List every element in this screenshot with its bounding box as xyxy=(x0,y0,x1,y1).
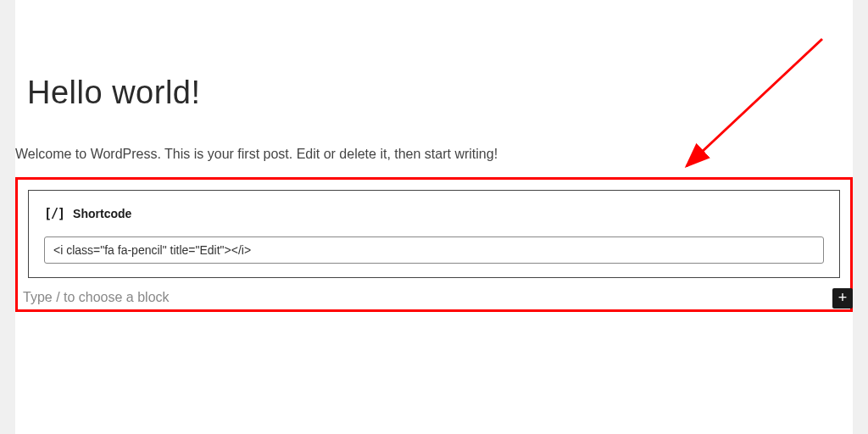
block-appender-placeholder: Type / to choose a block xyxy=(23,290,170,305)
post-title[interactable]: Hello world! xyxy=(15,0,853,111)
shortcode-block-header: [/] Shortcode xyxy=(44,206,824,221)
plus-icon: + xyxy=(838,289,848,306)
shortcode-block[interactable]: [/] Shortcode xyxy=(28,190,840,278)
post-paragraph[interactable]: Welcome to WordPress. This is your first… xyxy=(15,111,853,162)
annotation-highlight-box: [/] Shortcode Type / to choose a block + xyxy=(15,177,853,312)
add-block-button[interactable]: + xyxy=(832,288,853,309)
block-appender[interactable]: Type / to choose a block + xyxy=(18,288,850,309)
shortcode-icon: [/] xyxy=(44,206,64,221)
editor-canvas: Hello world! Welcome to WordPress. This … xyxy=(15,0,853,434)
shortcode-block-label: Shortcode xyxy=(73,207,131,220)
shortcode-input[interactable] xyxy=(44,236,824,264)
